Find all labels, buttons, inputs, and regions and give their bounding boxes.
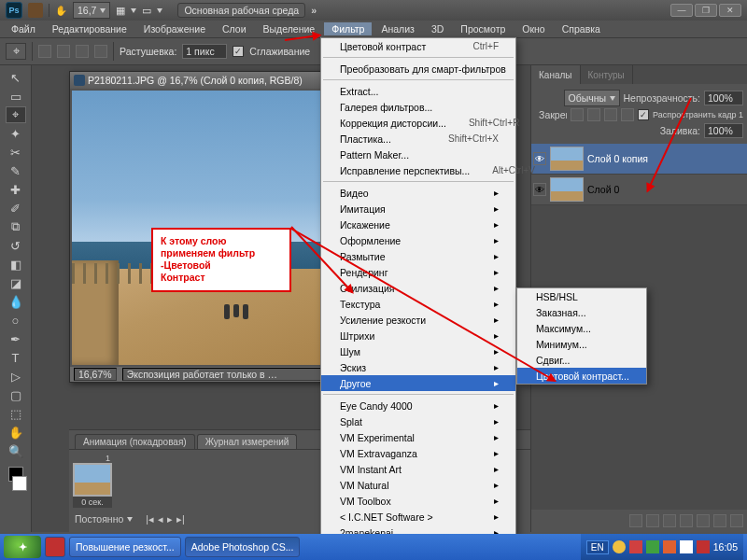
menuitem[interactable]: Шум: [321, 343, 515, 359]
tray-icon[interactable]: [646, 540, 659, 553]
tray-icon[interactable]: [680, 540, 693, 553]
marquee-tool[interactable]: ▭: [6, 88, 26, 105]
play-button[interactable]: ▸: [167, 513, 173, 525]
feather-input[interactable]: [182, 44, 227, 59]
lock-all-icon[interactable]: [621, 108, 634, 121]
visibility-icon[interactable]: 👁: [533, 183, 546, 196]
type-tool[interactable]: T: [6, 349, 26, 366]
layer-row[interactable]: 👁Слой 0: [531, 175, 747, 205]
task-opera[interactable]: Повышение резкост...: [69, 537, 181, 557]
pen-tool[interactable]: ✒: [6, 330, 26, 347]
mask-icon[interactable]: [663, 514, 676, 527]
crop-tool[interactable]: ✂: [6, 144, 26, 161]
menuitem[interactable]: Splat: [321, 413, 515, 429]
menu-слои[interactable]: Слои: [215, 22, 254, 35]
menuitem[interactable]: VM Experimental: [321, 429, 515, 445]
zoom-select[interactable]: 16,7: [73, 2, 110, 19]
wand-tool[interactable]: ✦: [6, 125, 26, 142]
menuitem[interactable]: Галерея фильтров...: [321, 99, 515, 115]
menuitem[interactable]: Имитация: [321, 201, 515, 217]
menuitem[interactable]: Другое: [321, 375, 515, 391]
document-window[interactable]: P2180211.JPG @ 16,7% (Слой 0 копия, RGB/…: [69, 71, 349, 383]
menu-справка[interactable]: Справка: [555, 22, 608, 35]
menuitem[interactable]: VM Natural: [321, 477, 515, 493]
bridge-icon[interactable]: [28, 3, 43, 18]
clock[interactable]: 16:05: [713, 541, 738, 553]
menuitem[interactable]: Pattern Maker...: [321, 147, 515, 162]
lasso-tool-icon[interactable]: ⌖: [6, 43, 26, 60]
shape-tool[interactable]: ▢: [6, 386, 26, 403]
3d-tool[interactable]: ⬚: [6, 405, 26, 422]
stamp-tool[interactable]: ⧉: [6, 218, 26, 235]
screen-mode-icon[interactable]: ▭: [142, 5, 151, 16]
tray-icon[interactable]: [613, 540, 626, 553]
expand-icon[interactable]: »: [311, 5, 317, 16]
menuitem[interactable]: Цветовой контрастCtrl+F: [321, 38, 515, 54]
sel-sub-icon[interactable]: [76, 45, 89, 58]
menu-filter[interactable]: Цветовой контрастCtrl+FПреобразовать для…: [320, 37, 516, 560]
layer-thumb[interactable]: [550, 147, 584, 171]
menuitem[interactable]: Коррекция дисторсии...Shift+Ctrl+R: [321, 115, 515, 131]
menuitem[interactable]: Минимум...: [517, 336, 646, 352]
gradient-tool[interactable]: ◪: [6, 274, 26, 291]
adj-layer-icon[interactable]: [680, 514, 693, 527]
lock-trans-icon[interactable]: [571, 108, 584, 121]
menuitem[interactable]: Преобразовать для смарт-фильтров: [321, 61, 515, 77]
lock-pixels-icon[interactable]: [587, 108, 600, 121]
fx-icon[interactable]: [646, 514, 659, 527]
menuitem[interactable]: Текстура: [321, 296, 515, 312]
move-tool[interactable]: ↖: [6, 69, 26, 86]
menuitem[interactable]: Видео: [321, 185, 515, 201]
layer-name[interactable]: Слой 0: [587, 184, 619, 195]
layer-name[interactable]: Слой 0 копия: [587, 153, 648, 164]
group-icon[interactable]: [697, 514, 710, 527]
menuitem[interactable]: Сдвиг...: [517, 352, 646, 368]
menu-файл[interactable]: Файл: [4, 22, 43, 35]
menu-просмотр[interactable]: Просмотр: [453, 22, 513, 35]
frame-time[interactable]: 0 сек.: [73, 497, 112, 508]
antialias-checkbox[interactable]: ✓: [233, 46, 244, 57]
language-selector[interactable]: EN: [586, 540, 609, 554]
frame-thumb[interactable]: 1 0 сек.: [73, 454, 112, 508]
menu-3d[interactable]: 3D: [424, 22, 451, 35]
minimize-button[interactable]: —: [670, 4, 693, 17]
view-icon[interactable]: ▦: [116, 5, 125, 16]
task-photoshop[interactable]: Adobe Photoshop CS...: [185, 537, 301, 557]
menuitem[interactable]: Оформление: [321, 232, 515, 248]
history-brush-tool[interactable]: ↺: [6, 237, 26, 254]
eyedropper-tool[interactable]: ✎: [6, 162, 26, 179]
opacity-input[interactable]: [704, 91, 743, 105]
fill-input[interactable]: [704, 123, 743, 138]
heal-tool[interactable]: ✚: [6, 181, 26, 198]
menuitem[interactable]: Пластика...Shift+Ctrl+X: [321, 131, 515, 147]
tab-channels[interactable]: Каналы: [531, 65, 581, 84]
sel-int-icon[interactable]: [94, 45, 107, 58]
menuitem[interactable]: Искажение: [321, 217, 515, 232]
hand-tool[interactable]: ✋: [6, 424, 26, 441]
propagate-check[interactable]: ✓: [638, 109, 649, 120]
menuitem[interactable]: Усиление резкости: [321, 312, 515, 328]
background-swatch[interactable]: [12, 476, 27, 491]
brush-tool[interactable]: ✐: [6, 200, 26, 217]
tab-animation[interactable]: Анимация (покадровая): [75, 434, 195, 449]
menu-окно[interactable]: Окно: [514, 22, 552, 35]
zoom-readout[interactable]: 16,67%: [74, 368, 117, 381]
maximize-button[interactable]: ❐: [695, 4, 717, 17]
link-layers-icon[interactable]: [629, 514, 642, 527]
menuitem[interactable]: VM Extravaganza: [321, 445, 515, 461]
ql-opera[interactable]: [45, 537, 65, 557]
first-frame-button[interactable]: |◂: [146, 513, 154, 525]
tray-icon[interactable]: [663, 540, 676, 553]
menuitem[interactable]: Максимум...: [517, 320, 646, 336]
tab-measure-log[interactable]: Журнал измерений: [197, 434, 298, 449]
sel-new-icon[interactable]: [38, 45, 51, 58]
blend-mode-select[interactable]: Обычные: [564, 90, 620, 106]
menuitem[interactable]: Эскиз: [321, 359, 515, 375]
menuitem[interactable]: Extract...: [321, 83, 515, 99]
start-button[interactable]: ✦: [4, 536, 41, 558]
prev-frame-button[interactable]: ◂: [158, 513, 163, 525]
menuitem[interactable]: Заказная...: [517, 304, 646, 320]
path-tool[interactable]: ▷: [6, 368, 26, 385]
eraser-tool[interactable]: ◧: [6, 256, 26, 273]
zoom-tool[interactable]: 🔍: [6, 442, 26, 459]
